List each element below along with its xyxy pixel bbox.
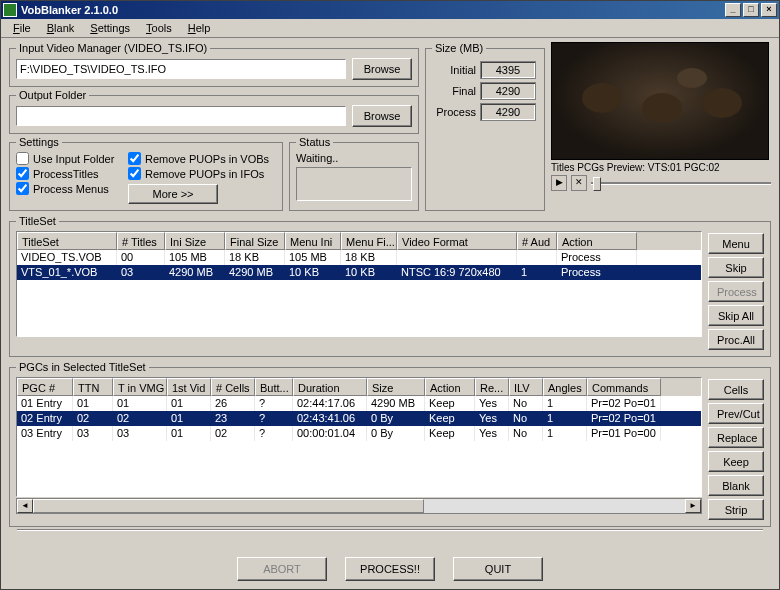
table-cell: Pr=02 Po=01	[587, 411, 661, 426]
column-header[interactable]: T in VMG	[113, 378, 167, 396]
pgcs-group: PGCs in Selected TitleSet PGC #TTNT in V…	[9, 361, 771, 527]
column-header[interactable]: Ini Size	[165, 232, 225, 250]
table-cell: 4290 MB	[225, 265, 285, 280]
pgc-cells-button[interactable]: Cells	[708, 379, 764, 400]
column-header[interactable]: TitleSet	[17, 232, 117, 250]
pgcs-legend: PGCs in Selected TitleSet	[16, 361, 149, 373]
table-cell: ?	[255, 396, 293, 411]
column-header[interactable]: PGC #	[17, 378, 73, 396]
table-cell: 03	[117, 265, 165, 280]
table-cell: Keep	[425, 396, 475, 411]
pgc-replace-button[interactable]: Replace	[708, 427, 764, 448]
table-cell: Yes	[475, 426, 509, 441]
titleset-menu-button[interactable]: Menu	[708, 233, 764, 254]
output-path-input[interactable]	[16, 106, 346, 126]
abort-button[interactable]: ABORT	[237, 557, 327, 581]
ivm-browse-button[interactable]: Browse	[352, 58, 412, 80]
size-final-label: Final	[432, 85, 476, 97]
titleset-skipall-button[interactable]: Skip All	[708, 305, 764, 326]
column-header[interactable]: # Cells	[211, 378, 255, 396]
titleset-table[interactable]: TitleSet# TitlesIni SizeFinal SizeMenu I…	[16, 231, 702, 337]
table-cell: 1	[543, 426, 587, 441]
preview-slider[interactable]	[591, 175, 771, 191]
table-row[interactable]: 03 Entry03030102?00:00:01.040 ByKeepYesN…	[17, 426, 701, 441]
menu-file[interactable]: File	[5, 20, 39, 36]
table-cell: Keep	[425, 411, 475, 426]
use-input-folder-check[interactable]: Use Input Folder	[16, 152, 126, 165]
column-header[interactable]: Butt...	[255, 378, 293, 396]
pgc-prevcut-button[interactable]: Prev/Cut	[708, 403, 764, 424]
ivm-path-input[interactable]	[16, 59, 346, 79]
table-cell: No	[509, 396, 543, 411]
close-button[interactable]: ×	[761, 3, 777, 17]
table-cell: 10 KB	[285, 265, 341, 280]
pgc-strip-button[interactable]: Strip	[708, 499, 764, 520]
process-menus-check[interactable]: Process Menus	[16, 182, 126, 195]
table-cell: 02:43:41.06	[293, 411, 367, 426]
column-header[interactable]: Re...	[475, 378, 509, 396]
table-row[interactable]: 01 Entry01010126?02:44:17.064290 MBKeepY…	[17, 396, 701, 411]
column-header[interactable]: Final Size	[225, 232, 285, 250]
preview-play-button[interactable]: ▶	[551, 175, 567, 191]
menu-settings[interactable]: Settings	[82, 20, 138, 36]
table-cell: 4290 MB	[367, 396, 425, 411]
scroll-right-icon[interactable]: ►	[685, 499, 701, 513]
table-cell: 0 By	[367, 426, 425, 441]
table-cell: 03	[113, 426, 167, 441]
remove-puops-ifos-check[interactable]: Remove PUOPs in IFOs	[128, 167, 269, 180]
column-header[interactable]: Menu Fi...	[341, 232, 397, 250]
menu-tools[interactable]: Tools	[138, 20, 180, 36]
pgcs-table[interactable]: PGC #TTNT in VMG1st Vid# CellsButt...Dur…	[16, 377, 702, 497]
table-row[interactable]: VTS_01_*.VOB034290 MB4290 MB10 KB10 KBNT…	[17, 265, 701, 280]
column-header[interactable]: Duration	[293, 378, 367, 396]
table-cell: ?	[255, 411, 293, 426]
column-header[interactable]: # Aud	[517, 232, 557, 250]
table-cell: 26	[211, 396, 255, 411]
table-cell: 01 Entry	[17, 396, 73, 411]
table-cell: 1	[543, 396, 587, 411]
maximize-button[interactable]: □	[743, 3, 759, 17]
table-cell: Pr=01 Po=00	[587, 426, 661, 441]
table-cell: 02	[211, 426, 255, 441]
titleset-process-button[interactable]: Process	[708, 281, 764, 302]
table-row[interactable]: VIDEO_TS.VOB00105 MB18 KB105 MB18 KBProc…	[17, 250, 701, 265]
column-header[interactable]: Commands	[587, 378, 661, 396]
more-button[interactable]: More >>	[128, 184, 218, 204]
out-legend: Output Folder	[16, 89, 89, 101]
column-header[interactable]: 1st Vid	[167, 378, 211, 396]
table-row[interactable]: 02 Entry02020123?02:43:41.060 ByKeepYesN…	[17, 411, 701, 426]
column-header[interactable]: Size	[367, 378, 425, 396]
titleset-skip-button[interactable]: Skip	[708, 257, 764, 278]
preview-stop-button[interactable]: ✕	[571, 175, 587, 191]
titleset-procall-button[interactable]: Proc.All	[708, 329, 764, 350]
table-cell: 23	[211, 411, 255, 426]
menu-blank[interactable]: Blank	[39, 20, 83, 36]
column-header[interactable]: Action	[425, 378, 475, 396]
quit-button[interactable]: QUIT	[453, 557, 543, 581]
column-header[interactable]: # Titles	[117, 232, 165, 250]
pgc-blank-button[interactable]: Blank	[708, 475, 764, 496]
window-title: VobBlanker 2.1.0.0	[21, 4, 118, 16]
table-cell: Process	[557, 250, 637, 265]
input-video-manager-group: Input Video Manager (VIDEO_TS.IFO) Brows…	[9, 42, 419, 87]
process-button[interactable]: PROCESS!!	[345, 557, 435, 581]
process-titles-check[interactable]: ProcessTitles	[16, 167, 126, 180]
column-header[interactable]: ILV	[509, 378, 543, 396]
column-header[interactable]: TTN	[73, 378, 113, 396]
table-cell: 01	[73, 396, 113, 411]
pgcs-hscroll[interactable]: ◄ ►	[16, 498, 702, 514]
table-cell: 02 Entry	[17, 411, 73, 426]
minimize-button[interactable]: _	[725, 3, 741, 17]
remove-puops-vobs-check[interactable]: Remove PUOPs in VOBs	[128, 152, 269, 165]
column-header[interactable]: Menu Ini	[285, 232, 341, 250]
scroll-left-icon[interactable]: ◄	[17, 499, 33, 513]
preview-image	[551, 42, 769, 160]
column-header[interactable]: Action	[557, 232, 637, 250]
pgc-keep-button[interactable]: Keep	[708, 451, 764, 472]
column-header[interactable]: Angles	[543, 378, 587, 396]
column-header[interactable]: Video Format	[397, 232, 517, 250]
output-browse-button[interactable]: Browse	[352, 105, 412, 127]
table-cell: 105 MB	[165, 250, 225, 265]
table-cell	[397, 250, 517, 265]
menu-help[interactable]: Help	[180, 20, 219, 36]
